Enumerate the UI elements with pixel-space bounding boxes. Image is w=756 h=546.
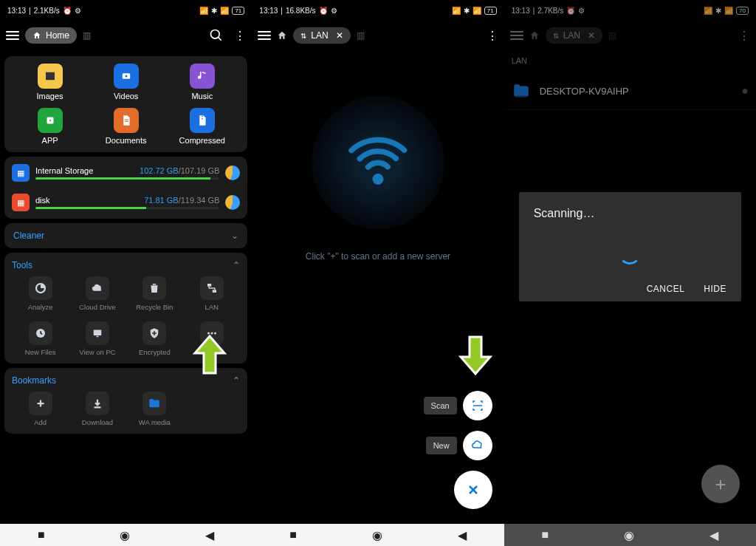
nav-bar: ■ ◉ ◀ [252,524,504,546]
sd-icon[interactable]: ▥ [357,30,365,41]
scan-button[interactable] [463,391,492,420]
tab-label: Home [46,30,69,41]
tool-label: Analyze [28,303,53,311]
category-music[interactable]: Music [164,64,240,100]
wifi-icon: 📶 [452,7,461,15]
bookmark-wa media[interactable]: WA media [126,392,183,426]
storage-size: 102.72 GB/107.19 GB [140,166,219,175]
tab-lan[interactable]: ⇅ LAN ✕ [293,27,350,44]
nav-home[interactable]: ◉ [120,528,130,542]
category-label: APP [42,136,58,145]
category-images[interactable]: Images [12,64,88,100]
hint-text: Click "+" to scan or add a new server [306,251,450,262]
status-speed: 2.1KB/s [34,7,60,15]
svg-point-4 [125,75,127,78]
menu-button[interactable] [258,31,271,40]
storage-icon: ▦ [12,194,30,211]
category-videos[interactable]: Videos [88,64,164,100]
tool-cloud drive[interactable]: Cloud Drive [69,276,126,311]
cloud-icon [86,276,109,300]
new-button[interactable] [463,431,492,460]
close-icon[interactable]: ✕ [336,30,343,41]
doc-icon [114,108,139,133]
video-icon [114,64,139,89]
category-documents[interactable]: Documents [88,108,164,145]
home-icon[interactable] [277,30,287,41]
menu-button[interactable] [6,31,19,40]
top-bar: Home ▥ ⋮ [0,19,252,52]
sd-icon[interactable]: ▥ [83,30,91,41]
alarm-icon: ⏰ [63,7,72,15]
svg-point-6 [49,120,50,121]
battery-icon: 71 [232,7,244,15]
cancel-button[interactable]: CANCEL [647,284,685,294]
pc-icon [86,321,109,345]
signal-icon: 📶 [472,7,481,15]
bookmark-add[interactable]: Add [12,392,69,426]
gear-icon: ⚙ [75,7,81,15]
bluetooth-icon: ✱ [211,7,217,15]
svg-rect-15 [94,330,102,336]
category-label: Images [37,92,63,100]
pie-icon[interactable] [225,195,240,210]
screen-lan-scanning: 13:13 | 2.7KB/s ⏰ ⚙ 📶 ✱ 📶 70 ⇅ LAN ✕ ▥ ⋮… [504,0,756,546]
close-fab[interactable] [454,471,492,509]
more-icon[interactable]: ⋮ [487,29,498,43]
lan-icon [200,276,224,300]
wifi-icon: 📶 [199,7,208,15]
app-icon [38,108,63,133]
clock-icon [29,321,52,345]
nav-recent[interactable]: ■ [289,528,297,542]
svg-rect-8 [124,121,128,122]
category-compressed[interactable]: Compressed [164,108,240,145]
tool-label: New Files [25,348,56,356]
tool-lan[interactable]: LAN [183,276,240,311]
svg-point-2 [47,74,49,75]
status-bar: 13:13 | 2.1KB/s ⏰ ⚙ 📶 ✱ 📶 71 [0,0,252,19]
wifi-hero-icon [312,96,444,229]
tool-label: LAN [205,303,218,311]
storage-size: 71.81 GB/119.34 GB [144,196,219,205]
tool-encrypted[interactable]: Encrypted [126,321,183,356]
scanning-dialog: Scanning… CANCEL HIDE [519,192,741,301]
nav-back[interactable]: ◀ [205,528,214,542]
tool-recycle bin[interactable]: Recycle Bin [126,276,183,311]
storage-name: disk [35,196,50,205]
tool-analyze[interactable]: Analyze [12,276,69,311]
alarm-icon: ⏰ [319,7,328,15]
svg-rect-16 [96,336,98,338]
search-icon[interactable] [209,28,224,43]
top-bar: ⇅ LAN ✕ ▥ ⋮ [252,19,504,52]
category-app[interactable]: APP [12,108,88,145]
lan-icon: ⇅ [300,32,306,40]
hide-button[interactable]: HIDE [704,284,726,294]
tool-view on pc[interactable]: View on PC [69,321,126,356]
storage-disk[interactable]: ▦ disk 71.81 GB/119.34 GB [12,194,240,211]
home-icon [32,31,41,40]
shield-icon [142,321,166,345]
pie-icon[interactable] [225,165,240,180]
svg-point-0 [211,30,220,39]
screen-home: 13:13 | 2.1KB/s ⏰ ⚙ 📶 ✱ 📶 71 Home ▥ ⋮ Im… [0,0,252,546]
nav-recent[interactable]: ■ [38,528,45,542]
tool-label: Recycle Bin [136,303,173,311]
bookmark-download[interactable]: Download [69,392,126,426]
category-label: Music [191,92,213,100]
nav-home[interactable]: ◉ [372,528,382,542]
bookmarks-label: Bookmarks [12,375,56,386]
svg-rect-12 [207,284,211,287]
storage-internal storage[interactable]: ▦ Internal Storage 102.72 GB/107.19 GB [12,164,240,182]
bookmarks-card: Bookmarks⌃ Add Download WA media [4,368,247,434]
cleaner-row[interactable]: Cleaner⌄ [4,223,247,248]
tutorial-arrow-up [191,332,228,377]
nav-back[interactable]: ◀ [458,528,467,542]
gear-icon: ⚙ [331,7,337,15]
chevron-up-icon: ⌃ [233,375,240,386]
cleaner-label: Cleaner [13,231,44,241]
tab-label: LAN [311,30,328,41]
tab-home[interactable]: Home [25,27,77,44]
more-icon[interactable]: ⋮ [234,29,246,43]
dialog-title: Scanning… [534,207,726,220]
bookmark-label: WA media [139,418,171,426]
tool-new files[interactable]: New Files [12,321,69,356]
